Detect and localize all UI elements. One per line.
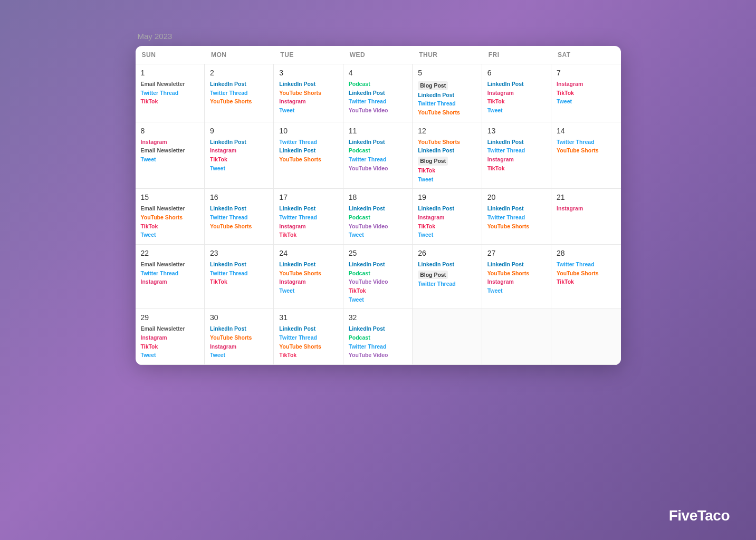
event-twitter[interactable]: Twitter Thread	[557, 138, 615, 146]
event-tweet[interactable]: Tweet	[141, 231, 199, 239]
event-twitter[interactable]: Twitter Thread	[210, 214, 268, 221]
event-youtube-shorts[interactable]: YouTube Shorts	[279, 269, 337, 277]
event-podcast[interactable]: Podcast	[349, 269, 407, 277]
event-twitter[interactable]: Twitter Thread	[557, 261, 615, 268]
event-linkedin[interactable]: LinkedIn Post	[418, 91, 476, 99]
event-instagram[interactable]: Instagram	[210, 343, 268, 351]
event-youtube-shorts[interactable]: YouTube Shorts	[279, 156, 337, 163]
event-linkedin[interactable]: LinkedIn Post	[487, 80, 546, 88]
event-instagram[interactable]: Instagram	[279, 223, 337, 230]
event-twitter[interactable]: Twitter Thread	[487, 147, 546, 155]
event-tiktok[interactable]: TikTok	[210, 156, 268, 163]
event-tweet[interactable]: Tweet	[349, 231, 407, 239]
event-instagram[interactable]: Instagram	[210, 147, 268, 155]
event-linkedin[interactable]: LinkedIn Post	[210, 138, 268, 146]
event-instagram[interactable]: Instagram	[557, 205, 615, 213]
event-linkedin[interactable]: LinkedIn Post	[418, 261, 476, 268]
event-youtube-shorts[interactable]: YouTube Shorts	[210, 98, 268, 105]
event-tiktok[interactable]: TikTok	[557, 278, 615, 286]
event-youtube-shorts[interactable]: YouTube Shorts	[141, 214, 199, 221]
event-linkedin[interactable]: LinkedIn Post	[279, 147, 337, 155]
event-instagram[interactable]: Instagram	[279, 98, 337, 105]
event-email[interactable]: Email Newsletter	[141, 261, 199, 268]
event-tweet[interactable]: Tweet	[210, 165, 268, 172]
event-email[interactable]: Email Newsletter	[141, 325, 199, 333]
event-youtube-video[interactable]: YouTube Video	[349, 278, 407, 286]
event-linkedin[interactable]: LinkedIn Post	[210, 80, 268, 88]
event-youtube-shorts[interactable]: YouTube Shorts	[557, 269, 615, 277]
event-youtube-video[interactable]: YouTube Video	[349, 107, 407, 114]
event-tweet[interactable]: Tweet	[141, 351, 199, 359]
event-tweet[interactable]: Tweet	[279, 107, 337, 114]
event-tweet[interactable]: Tweet	[487, 287, 546, 295]
event-instagram[interactable]: Instagram	[487, 89, 546, 97]
event-email[interactable]: Email Newsletter	[141, 205, 199, 213]
event-tiktok[interactable]: TikTok	[487, 98, 546, 105]
event-linkedin[interactable]: LinkedIn Post	[279, 325, 337, 333]
event-email[interactable]: Email Newsletter	[141, 147, 199, 155]
event-linkedin[interactable]: LinkedIn Post	[349, 138, 407, 146]
event-linkedin[interactable]: LinkedIn Post	[418, 205, 476, 213]
event-tiktok[interactable]: TikTok	[418, 167, 476, 175]
event-tweet[interactable]: Tweet	[418, 231, 476, 239]
event-linkedin[interactable]: LinkedIn Post	[487, 205, 546, 213]
event-instagram[interactable]: Instagram	[557, 80, 615, 88]
event-youtube-shorts[interactable]: YouTube Shorts	[210, 223, 268, 230]
event-blog-post[interactable]: Blog Post	[418, 157, 448, 166]
event-linkedin[interactable]: LinkedIn Post	[279, 205, 337, 213]
event-instagram[interactable]: Instagram	[279, 278, 337, 286]
event-email[interactable]: Email Newsletter	[141, 80, 199, 88]
event-tiktok[interactable]: TikTok	[418, 223, 476, 230]
event-instagram[interactable]: Instagram	[141, 278, 199, 286]
event-instagram[interactable]: Instagram	[487, 278, 546, 286]
event-twitter[interactable]: Twitter Thread	[349, 343, 407, 351]
event-twitter[interactable]: Twitter Thread	[141, 89, 199, 97]
event-youtube-shorts[interactable]: YouTube Shorts	[279, 343, 337, 351]
event-linkedin[interactable]: LinkedIn Post	[349, 261, 407, 268]
event-linkedin[interactable]: LinkedIn Post	[210, 325, 268, 333]
event-youtube-shorts[interactable]: YouTube Shorts	[210, 334, 268, 342]
event-tweet[interactable]: Tweet	[557, 98, 615, 105]
event-blog-post[interactable]: Blog Post	[418, 271, 448, 279]
event-podcast[interactable]: Podcast	[349, 334, 407, 342]
event-twitter[interactable]: Twitter Thread	[210, 269, 268, 277]
event-youtube-video[interactable]: YouTube Video	[349, 165, 407, 172]
event-youtube-shorts[interactable]: YouTube Shorts	[487, 269, 546, 277]
event-youtube-shorts[interactable]: YouTube Shorts	[418, 138, 476, 146]
event-linkedin[interactable]: LinkedIn Post	[487, 261, 546, 268]
event-tiktok[interactable]: TikTok	[557, 89, 615, 97]
event-tiktok[interactable]: TikTok	[210, 278, 268, 286]
event-tiktok[interactable]: TikTok	[487, 165, 546, 172]
event-blog-post[interactable]: Blog Post	[418, 81, 448, 90]
event-twitter[interactable]: Twitter Thread	[279, 214, 337, 221]
event-linkedin[interactable]: LinkedIn Post	[210, 261, 268, 268]
event-twitter[interactable]: Twitter Thread	[279, 334, 337, 342]
event-twitter[interactable]: Twitter Thread	[141, 269, 199, 277]
event-tweet[interactable]: Tweet	[141, 156, 199, 163]
event-linkedin[interactable]: LinkedIn Post	[349, 89, 407, 97]
event-twitter[interactable]: Twitter Thread	[279, 138, 337, 146]
event-tweet[interactable]: Tweet	[487, 107, 546, 114]
event-linkedin[interactable]: LinkedIn Post	[349, 205, 407, 213]
event-podcast[interactable]: Podcast	[349, 214, 407, 221]
event-instagram[interactable]: Instagram	[141, 138, 199, 146]
event-linkedin[interactable]: LinkedIn Post	[349, 325, 407, 333]
event-linkedin[interactable]: LinkedIn Post	[279, 261, 337, 268]
event-instagram[interactable]: Instagram	[418, 214, 476, 221]
event-tiktok[interactable]: TikTok	[141, 98, 199, 105]
event-twitter[interactable]: Twitter Thread	[418, 100, 476, 108]
event-youtube-video[interactable]: YouTube Video	[349, 223, 407, 230]
event-tweet[interactable]: Tweet	[210, 351, 268, 359]
event-instagram[interactable]: Instagram	[141, 334, 199, 342]
event-podcast[interactable]: Podcast	[349, 80, 407, 88]
event-tiktok[interactable]: TikTok	[279, 351, 337, 359]
event-youtube-shorts[interactable]: YouTube Shorts	[418, 109, 476, 117]
event-tiktok[interactable]: TikTok	[141, 343, 199, 351]
event-youtube-shorts[interactable]: YouTube Shorts	[557, 147, 615, 155]
event-twitter[interactable]: Twitter Thread	[349, 156, 407, 163]
event-twitter[interactable]: Twitter Thread	[418, 280, 476, 288]
event-tiktok[interactable]: TikTok	[141, 223, 199, 230]
event-linkedin[interactable]: LinkedIn Post	[418, 147, 476, 155]
event-youtube-video[interactable]: YouTube Video	[349, 351, 407, 359]
event-linkedin[interactable]: LinkedIn Post	[210, 205, 268, 213]
